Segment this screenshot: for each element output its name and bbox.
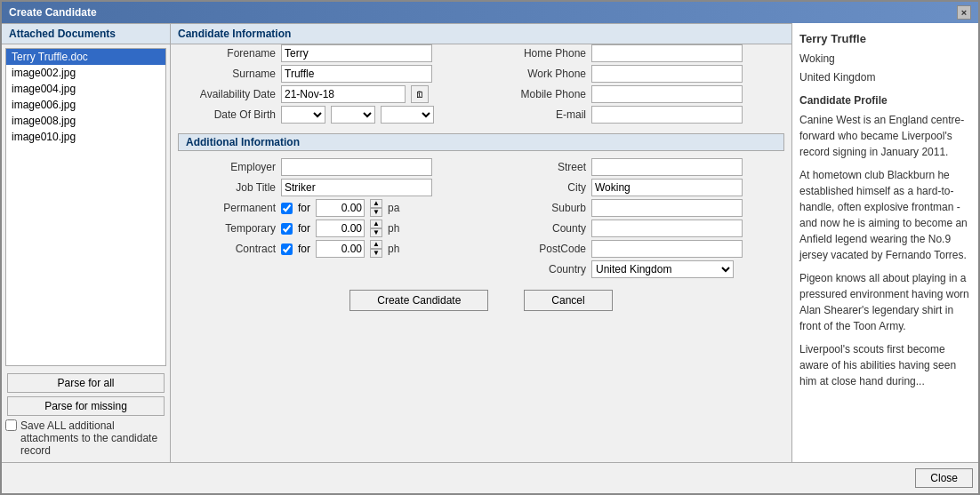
work-phone-input[interactable] xyxy=(591,65,743,83)
contract-checkbox[interactable] xyxy=(281,244,293,255)
file-item[interactable]: image008.jpg xyxy=(6,113,165,129)
temporary-spinner: ▲ ▼ xyxy=(370,220,382,237)
file-item[interactable]: Terry Truffle.doc xyxy=(6,49,165,65)
postcode-row: PostCode xyxy=(488,240,784,258)
postcode-input[interactable] xyxy=(591,240,743,258)
permanent-spin-up[interactable]: ▲ xyxy=(370,199,382,208)
additional-left-col: Employer Job Title Permanent for ▲ xyxy=(171,158,481,281)
parse-for-missing-button[interactable]: Parse for missing xyxy=(7,396,165,416)
temporary-value-input[interactable] xyxy=(316,220,365,237)
temporary-for-label: for xyxy=(298,222,310,235)
country-select[interactable]: United Kingdom United States Australia C… xyxy=(591,260,734,278)
file-item[interactable]: image010.jpg xyxy=(6,129,165,145)
surname-input[interactable] xyxy=(281,65,432,83)
forename-input[interactable] xyxy=(281,44,432,62)
form-left-col: Forename Surname Availability Date 🗓 Dat… xyxy=(171,44,481,126)
permanent-spin-down[interactable]: ▼ xyxy=(370,208,382,217)
additional-form-section: Employer Job Title Permanent for ▲ xyxy=(171,158,791,281)
suburb-label: Suburb xyxy=(488,202,586,214)
home-phone-label: Home Phone xyxy=(488,47,586,60)
suburb-input[interactable] xyxy=(591,199,743,217)
contract-spin-up[interactable]: ▲ xyxy=(370,240,382,249)
county-row: County xyxy=(488,220,784,237)
contract-spin-down[interactable]: ▼ xyxy=(370,249,382,258)
temporary-row: Temporary for ▲ ▼ ph xyxy=(178,220,474,237)
home-phone-input[interactable] xyxy=(591,44,743,62)
surname-row: Surname xyxy=(178,65,474,83)
availability-label: Availability Date xyxy=(178,88,276,100)
top-form-section: Forename Surname Availability Date 🗓 Dat… xyxy=(171,44,791,126)
parse-for-all-button[interactable]: Parse for all xyxy=(7,373,165,393)
street-input[interactable] xyxy=(591,158,743,176)
profile-title: Candidate Profile xyxy=(799,92,971,108)
cancel-button[interactable]: Cancel xyxy=(524,290,612,311)
right-panel: Terry Truffle Woking United Kingdom Cand… xyxy=(791,23,978,462)
suburb-row: Suburb xyxy=(488,199,784,217)
temporary-spin-down[interactable]: ▼ xyxy=(370,228,382,237)
postcode-label: PostCode xyxy=(488,243,586,255)
permanent-checkbox[interactable] xyxy=(281,203,293,214)
footer-close-button[interactable]: Close xyxy=(915,468,973,488)
contract-value-input[interactable] xyxy=(316,240,365,258)
email-input[interactable] xyxy=(591,106,743,124)
dob-day-select[interactable] xyxy=(281,106,325,124)
save-attachments-checkbox[interactable] xyxy=(5,419,17,431)
permanent-unit-label: pa xyxy=(388,202,399,214)
candidate-city: Woking xyxy=(799,51,971,67)
temporary-checkbox[interactable] xyxy=(281,223,293,235)
contract-spinner: ▲ ▼ xyxy=(370,240,382,258)
county-input[interactable] xyxy=(591,220,743,237)
contract-for-label: for xyxy=(298,243,310,255)
file-item[interactable]: image006.jpg xyxy=(6,97,165,113)
create-candidate-button[interactable]: Create Candidate xyxy=(349,290,488,311)
forename-label: Forename xyxy=(178,47,276,60)
dob-month-select[interactable] xyxy=(331,106,375,124)
contract-row: Contract for ▲ ▼ ph xyxy=(178,240,474,258)
email-label: E-mail xyxy=(488,108,586,121)
left-panel: Attached Documents Terry Truffle.docimag… xyxy=(2,23,171,462)
additional-right-col: Street City Suburb County xyxy=(481,158,791,281)
employer-input[interactable] xyxy=(281,158,432,176)
profile-para-4: Liverpool's scouts first become aware of… xyxy=(799,341,971,389)
country-label: Country xyxy=(488,263,586,275)
save-attachments-label: Save ALL additional attachments to the c… xyxy=(20,419,166,457)
profile-para-1: Canine West is an England centre-forward… xyxy=(799,112,971,160)
job-title-label: Job Title xyxy=(178,181,276,194)
forename-row: Forename xyxy=(178,44,474,62)
contract-label: Contract xyxy=(178,243,276,255)
city-row: City xyxy=(488,179,784,196)
candidate-info-header: Candidate Information xyxy=(171,23,791,44)
attached-documents-header: Attached Documents xyxy=(2,23,170,44)
work-phone-row: Work Phone xyxy=(488,65,784,83)
work-phone-label: Work Phone xyxy=(488,68,586,80)
temporary-spin-up[interactable]: ▲ xyxy=(370,220,382,228)
city-input[interactable] xyxy=(591,179,743,196)
dob-year-select[interactable] xyxy=(381,106,434,124)
additional-info-section: Additional Information xyxy=(178,130,784,155)
mobile-phone-row: Mobile Phone xyxy=(488,85,784,103)
home-phone-row: Home Phone xyxy=(488,44,784,62)
job-title-input[interactable] xyxy=(281,179,432,196)
calendar-button[interactable]: 🗓 xyxy=(411,85,429,103)
availability-row: Availability Date 🗓 xyxy=(178,85,474,103)
left-buttons: Parse for all Parse for missing xyxy=(2,370,170,419)
street-row: Street xyxy=(488,158,784,176)
availability-input[interactable] xyxy=(281,85,406,103)
window-close-button[interactable]: × xyxy=(957,5,971,20)
mobile-phone-input[interactable] xyxy=(591,85,743,103)
permanent-label: Permanent xyxy=(178,202,276,214)
candidate-name: Terry Truffle xyxy=(799,30,971,48)
dob-label: Date Of Birth xyxy=(178,108,276,121)
contract-unit-label: ph xyxy=(388,243,399,255)
file-item[interactable]: image002.jpg xyxy=(6,65,165,81)
temporary-unit-label: ph xyxy=(388,222,399,235)
middle-panel: Candidate Information Forename Surname A… xyxy=(171,23,791,462)
permanent-value-input[interactable] xyxy=(316,199,365,217)
profile-para-3: Pigeon knows all about playing in a pres… xyxy=(799,270,971,334)
country-row: Country United Kingdom United States Aus… xyxy=(488,260,784,278)
dob-row: Date Of Birth xyxy=(178,106,474,124)
mobile-phone-label: Mobile Phone xyxy=(488,88,586,100)
employer-label: Employer xyxy=(178,161,276,173)
employer-row: Employer xyxy=(178,158,474,176)
file-item[interactable]: image004.jpg xyxy=(6,81,165,97)
